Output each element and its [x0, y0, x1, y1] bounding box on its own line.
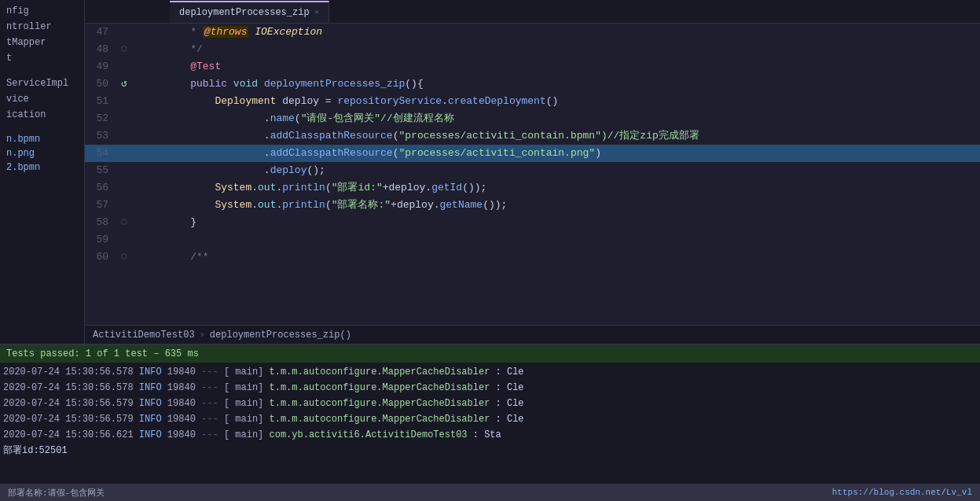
code-line[interactable]: 53 .addClasspathResource("processes/acti… — [85, 127, 980, 145]
line-content: Deployment deploy = repositoryService.cr… — [132, 93, 980, 110]
console-level: INFO — [139, 382, 162, 393]
console-timestamp: 2020-07-24 15:30:56.578 — [3, 382, 134, 393]
line-number: 60 — [85, 249, 116, 266]
sidebar-item[interactable]: tMapper — [0, 35, 84, 50]
console-line: 2020-07-24 15:30:56.578 INFO 19840 --- [… — [3, 380, 977, 396]
line-gutter — [116, 197, 132, 214]
sidebar-item[interactable]: ServiceImpl — [0, 76, 84, 91]
sidebar-item[interactable]: vice — [0, 91, 84, 107]
sidebar-item[interactable]: nfig — [0, 3, 84, 19]
console-timestamp: 2020-07-24 15:30:56.579 — [3, 398, 134, 409]
line-content: @Test — [132, 58, 980, 76]
tab-label: deploymentProcesses_zip — [179, 7, 310, 18]
console-thread: main] — [229, 382, 263, 393]
console-dashes: --- — [201, 414, 218, 425]
code-line[interactable]: 47 * @throws IOException — [85, 24, 980, 41]
line-gutter — [116, 145, 132, 162]
code-area: deploymentProcesses_zip × 47 * @throws I… — [85, 0, 980, 344]
breadcrumb-separator: › — [200, 330, 205, 341]
code-line[interactable]: 55 .deploy(); — [85, 162, 980, 179]
sidebar-item[interactable]: n.bpmn — [0, 132, 84, 146]
line-number: 57 — [85, 197, 116, 214]
main-area: nfigntrollertMappertServiceImplviceicati… — [0, 0, 980, 344]
status-output: 部署名称:请假-包含网关 — [8, 487, 105, 499]
console-level: INFO — [139, 367, 162, 378]
code-line[interactable]: 60⬡ /** — [85, 249, 980, 266]
console-message: Cle — [507, 382, 524, 393]
sidebar-item[interactable]: 2.bpmn — [0, 160, 84, 175]
code-line[interactable]: 57 System.out.println("部署名称:"+deploy.get… — [85, 197, 980, 214]
console-level: INFO — [139, 398, 162, 409]
active-tab[interactable]: deploymentProcesses_zip × — [170, 1, 329, 23]
line-content: .addClasspathResource("processes/activit… — [132, 145, 980, 162]
console-timestamp: 2020-07-24 15:30:56.579 — [3, 414, 134, 425]
console-bracket: [ — [224, 414, 229, 425]
tab-close-button[interactable]: × — [314, 8, 320, 17]
breadcrumb-class: ActivitiDemoTest03 — [93, 330, 195, 341]
console-message: Cle — [507, 367, 524, 378]
output-line-1: 部署id:52501 — [3, 443, 977, 459]
line-content: System.out.println("部署名称:"+deploy.getNam… — [132, 197, 980, 214]
status-bar: 部署名称:请假-包含网关 https://blog.csdn.net/Lv_vl — [0, 484, 980, 501]
console-line: 2020-07-24 15:30:56.621 INFO 19840 --- [… — [3, 427, 977, 443]
console-bracket: [ — [224, 382, 229, 393]
code-line[interactable]: 59 — [85, 231, 980, 249]
console-colon: : — [490, 398, 507, 409]
console-dashes: --- — [201, 429, 218, 440]
code-line[interactable]: 49 @Test — [85, 58, 980, 76]
console-pid: 19840 — [167, 398, 196, 409]
console-bracket: [ — [224, 367, 229, 378]
console-timestamp: 2020-07-24 15:30:56.578 — [3, 367, 134, 378]
code-line[interactable]: 56 System.out.println("部署id:"+deploy.get… — [85, 179, 980, 197]
bottom-panel: Tests passed: 1 of 1 test – 635 ms 2020-… — [0, 344, 980, 501]
console-message: Cle — [507, 398, 524, 409]
sidebar-item[interactable]: ntroller — [0, 19, 84, 35]
line-number: 58 — [85, 214, 116, 231]
line-gutter: ⬡ — [116, 41, 132, 58]
line-gutter — [116, 58, 132, 76]
tab-bar: deploymentProcesses_zip × — [85, 0, 980, 24]
console-pid: 19840 — [167, 382, 196, 393]
website-link[interactable]: https://blog.csdn.net/Lv_vl — [832, 488, 972, 497]
code-line[interactable]: 58⬡ } — [85, 214, 980, 231]
line-content: .deploy(); — [132, 162, 980, 179]
console-colon: : — [490, 367, 507, 378]
sidebar-item[interactable]: t — [0, 50, 84, 66]
console-level: INFO — [139, 414, 162, 425]
code-line[interactable]: 52 .name("请假-包含网关"//创建流程名称 — [85, 110, 980, 127]
console-message: Cle — [507, 414, 524, 425]
console-colon: : — [468, 429, 485, 440]
console-thread: main] — [229, 429, 263, 440]
line-gutter: ↺ — [116, 76, 132, 93]
console-pid: 19840 — [167, 414, 196, 425]
line-number: 56 — [85, 179, 116, 197]
console-pid: 19840 — [167, 429, 196, 440]
line-number: 54 — [85, 145, 116, 162]
console-timestamp: 2020-07-24 15:30:56.621 — [3, 429, 134, 440]
line-gutter — [116, 179, 132, 197]
line-gutter: ⬡ — [116, 214, 132, 231]
code-editor[interactable]: 47 * @throws IOException48⬡ */49 @Test50… — [85, 24, 980, 325]
code-line[interactable]: 54 .addClasspathResource("processes/acti… — [85, 145, 980, 162]
line-number: 50 — [85, 76, 116, 93]
line-gutter — [116, 110, 132, 127]
console-output: 2020-07-24 15:30:56.578 INFO 19840 --- [… — [0, 363, 980, 484]
console-logger: t.m.m.autoconfigure.MapperCacheDisabler — [263, 398, 490, 409]
console-line: 2020-07-24 15:30:56.579 INFO 19840 --- [… — [3, 396, 977, 411]
sidebar-item[interactable]: n.png — [0, 146, 84, 160]
console-logger: com.yb.activiti6.ActivitiDemoTest03 — [263, 429, 467, 440]
console-line: 2020-07-24 15:30:56.579 INFO 19840 --- [… — [3, 411, 977, 427]
code-line[interactable]: 48⬡ */ — [85, 41, 980, 58]
line-number: 51 — [85, 93, 116, 110]
sidebar-divider — [0, 123, 84, 132]
line-content: * @throws IOException — [132, 24, 980, 41]
console-line: 2020-07-24 15:30:56.578 INFO 19840 --- [… — [3, 364, 977, 380]
line-gutter: ⬡ — [116, 249, 132, 266]
code-line[interactable]: 51 Deployment deploy = repositoryService… — [85, 93, 980, 110]
console-bracket: [ — [224, 398, 229, 409]
sidebar-item[interactable]: ication — [0, 107, 84, 123]
line-gutter — [116, 127, 132, 145]
test-status-bar: Tests passed: 1 of 1 test – 635 ms — [0, 345, 980, 363]
line-content: .name("请假-包含网关"//创建流程名称 — [132, 110, 980, 127]
code-line[interactable]: 50↺ public void deploymentProcesses_zip(… — [85, 76, 980, 93]
